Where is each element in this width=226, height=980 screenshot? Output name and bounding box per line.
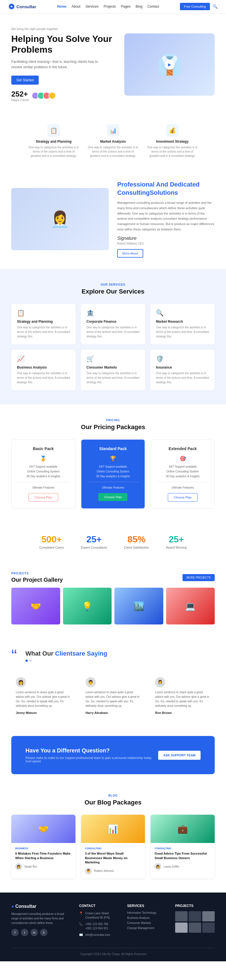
testimonial-name-1: Jenny Watson — [16, 711, 71, 714]
testimonial-name-2: Harry Abraham — [85, 711, 141, 714]
ask-support-button[interactable]: ASK SUPPORT TEAM — [158, 751, 201, 760]
gallery-section: PROJECTS Our Project Gallery MORE PROJEC… — [0, 560, 226, 636]
pricing-feature-ext-2: Online Consulting System — [156, 470, 209, 473]
gallery-item-1: 🤝 — [11, 588, 60, 624]
footer-email: info@consultar.com — [85, 933, 110, 937]
footer-gallery — [175, 911, 215, 933]
choose-plan-basic-button[interactable]: Choose Plan — [28, 493, 58, 502]
free-consulting-button[interactable]: Free Consulting — [180, 3, 210, 10]
footer-social: f t in li — [11, 929, 71, 936]
nav-about[interactable]: About — [71, 5, 80, 8]
blog-label: BLOG — [11, 794, 215, 797]
more-about-button[interactable]: More About — [117, 249, 143, 258]
cta-desc: Please make to make to our support profe… — [25, 756, 158, 763]
footer: ● Consultar Management consulting produc… — [0, 892, 226, 961]
pricing-feature-basic-1: 24/7 Support available — [17, 465, 70, 468]
footer-gallery-img-6 — [202, 923, 215, 933]
testimonial-card-2: 👨 Lorem sentence to share quite a good a… — [81, 673, 145, 719]
linkedin-icon[interactable]: li — [40, 929, 47, 936]
nav-services[interactable]: Services — [85, 5, 99, 8]
hero-image-box: 👔 ▶ — [124, 33, 215, 95]
more-projects-button[interactable]: MORE PROJECTS — [182, 574, 215, 581]
pricing-feature-basic-2: Online Consulting System — [17, 470, 70, 473]
testimonial-name-3: Ron Brown — [155, 711, 210, 714]
nav-right: Free Consulting 🔍 — [180, 3, 218, 10]
pricing-card-standard: Standard Pack 🏆 24/7 Support available O… — [81, 439, 145, 509]
footer-gallery-img-1 — [175, 911, 188, 921]
pricing-card-extended: Extended Pack 🎯 24/7 Support available O… — [150, 439, 215, 509]
pricing-feature-std-4: Ultimate Features — [87, 486, 139, 489]
about-section: 👩‍💼 Professional And Dedicated Consultin… — [0, 169, 226, 269]
footer-desc: Management consulting produces a broad r… — [11, 912, 71, 925]
gallery-title: Our Project Gallery — [11, 577, 63, 583]
about-desc: Management consulting produces a broad r… — [117, 200, 215, 232]
gallery-image-3: 🏙️ — [114, 588, 163, 624]
nav-home[interactable]: Home — [57, 5, 66, 8]
nav-logo[interactable]: Consultar — [8, 3, 36, 10]
service-desc-4: One way to categorize the activities is … — [17, 371, 70, 385]
footer-services-col: SERVICES Information Technology Business… — [127, 904, 167, 939]
blog-section: BLOG Our Blog Packages 🤝 Business 6 Mist… — [0, 780, 226, 892]
pricing-feature-ext-1: 24/7 Support available — [156, 465, 209, 468]
footer-contact-col: CONTACT 📍 Crown Lane Street Crowdfund 00… — [79, 904, 119, 939]
footer-service-4[interactable]: Change Management — [127, 926, 167, 930]
feature-title-3: Investment Strategy — [147, 140, 198, 143]
service-title-1: Strategy and Planning — [17, 320, 70, 323]
footer-service-2[interactable]: Business Analysis — [127, 916, 167, 920]
cta-title: Have You a Different Question? — [25, 747, 158, 754]
feature-card-1: 📋 Strategy and Planning One way to categ… — [28, 124, 79, 158]
feature-title-1: Strategy and Planning — [28, 140, 79, 143]
blog-title: Our Blog Packages — [11, 799, 215, 806]
stat-avatars — [32, 92, 56, 99]
blog-author-2: 👨 Robert Johnson — [85, 868, 141, 874]
instagram-icon[interactable]: in — [30, 929, 38, 936]
nav-dot-2[interactable] — [29, 660, 32, 662]
get-started-button[interactable]: Get Started — [11, 76, 39, 84]
feature-card-2: 📊 Market Analysis One way to categorize … — [88, 124, 138, 158]
service-title-3: Market Research — [156, 320, 209, 323]
facebook-icon[interactable]: f — [11, 929, 19, 936]
pricing-section: PRICING Our Pricing Packages Basic Pack … — [0, 404, 226, 523]
testimonial-avatar-3: 👩‍💼 — [155, 677, 165, 687]
blog-content-3: Consulting Good Advice Tips From Success… — [150, 843, 215, 874]
service-card-4: 📈 Business Analysis One way to categoriz… — [11, 350, 76, 390]
stat-number-award: 25+ — [166, 534, 187, 545]
stat-completed: 500+ Completed Cases — [39, 534, 64, 549]
stats-row: 500+ Completed Cases 25+ Expert Consulta… — [11, 534, 215, 549]
service-card-1: 📋 Strategy and Planning One way to categ… — [11, 304, 76, 345]
footer-contact-1: 📍 Crown Lane Street Crowdfund 00 (P.N) — [79, 911, 119, 920]
nav-blog[interactable]: Blog — [136, 5, 142, 8]
services-label: OUR SERVICES — [11, 283, 215, 286]
footer-projects-col: PROJECTS — [175, 904, 215, 939]
nav-dot-1[interactable] — [25, 660, 28, 662]
pricing-title: Our Pricing Packages — [11, 423, 215, 431]
pricing-name-extended: Extended Pack — [156, 446, 209, 451]
blog-category-1: Business — [15, 847, 71, 850]
choose-plan-standard-button[interactable]: Choose Plan — [98, 493, 127, 501]
service-icon-1: 📋 — [17, 309, 70, 317]
feature-desc-1: One way to categorize the activities is … — [28, 145, 79, 158]
testimonial-card-1: 👩 Lorem sentence to share quite a good a… — [11, 673, 76, 719]
blog-category-3: Consulting — [155, 847, 211, 850]
nav-pages[interactable]: Pages — [121, 5, 131, 8]
choose-plan-extended-button[interactable]: Choose Plan — [168, 493, 198, 502]
stat-label: Happy Clients — [11, 99, 29, 102]
play-button[interactable]: ▶ — [164, 59, 175, 70]
stat-number-satisfaction: 85% — [124, 534, 149, 545]
service-desc-1: One way to categorize the activities is … — [17, 325, 70, 339]
avatar — [49, 92, 56, 99]
hero-text: We bring the right people together Helpi… — [11, 27, 116, 102]
stat-number-experts: 25+ — [81, 534, 107, 545]
nav-contact[interactable]: Contact — [147, 5, 159, 8]
service-card-5: 🛒 Consumer Markets One way to categorize… — [81, 350, 145, 390]
footer-service-1[interactable]: Information Technology — [127, 911, 167, 914]
nav-projects[interactable]: Projects — [104, 5, 116, 8]
service-desc-6: One way to categorize the activities is … — [156, 371, 209, 385]
search-icon[interactable]: 🔍 — [213, 4, 218, 9]
pricing-badge-standard: 🏆 — [87, 455, 139, 462]
blog-post-title-2: 3 of the Worst Ways Small Businesses Was… — [85, 851, 141, 864]
footer-projects-heading: PROJECTS — [175, 904, 215, 908]
footer-service-3[interactable]: Consumer Markets — [127, 921, 167, 924]
testimonial-card-3: 👩‍💼 Lorem sentence to share quite a good… — [150, 673, 215, 719]
twitter-icon[interactable]: t — [21, 929, 28, 936]
